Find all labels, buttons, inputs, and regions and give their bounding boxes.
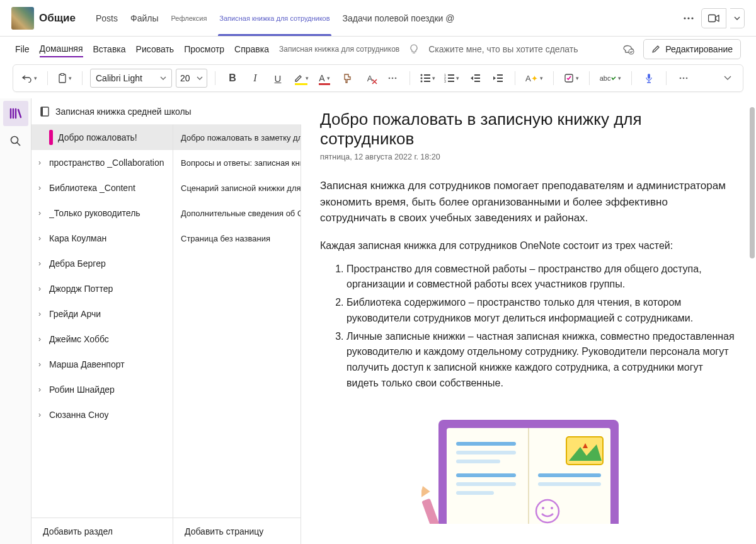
chevron-right-icon[interactable]: › [35, 259, 44, 268]
italic-button[interactable]: I [246, 69, 265, 88]
top-tab-0[interactable]: Posts [94, 0, 119, 36]
notebook-header[interactable]: Записная книжка средней школы [32, 98, 301, 125]
section-item[interactable]: ›Робин Шнайдер [32, 377, 173, 402]
section-label: Добро пожаловать! [58, 132, 137, 142]
ribbon-tab-3[interactable]: Рисовать [136, 42, 175, 57]
books-icon [9, 108, 22, 119]
undo-button[interactable]: ▾ [20, 69, 40, 88]
numbering-button[interactable]: 123 ▾ [442, 69, 462, 88]
sub-paragraph: Каждая записная книжка для сотрудников O… [320, 240, 737, 252]
spellcheck-button[interactable]: abc ▾ [597, 69, 624, 88]
top-tab-2[interactable]: Рефлексия [169, 0, 208, 36]
more-commands-button[interactable] [674, 69, 693, 88]
collapse-ribbon-button[interactable] [718, 69, 737, 88]
section-label: Робин Шнайдер [49, 385, 115, 395]
section-item[interactable]: ›Кара Коулман [32, 226, 173, 251]
svg-point-32 [686, 78, 688, 79]
indent-button[interactable] [488, 69, 507, 88]
chevron-right-icon[interactable]: › [35, 209, 44, 217]
top-tab-3[interactable]: Записная книжка для сотрудников [218, 0, 331, 36]
section-label: Сюзанна Сноу [49, 410, 108, 420]
page-item[interactable]: Сценарий записной книжки для сотрудников… [173, 175, 301, 200]
dictate-button[interactable] [639, 69, 658, 88]
section-color-tab [49, 130, 53, 145]
notebook-illustration [421, 410, 636, 524]
meet-dropdown[interactable] [730, 8, 745, 28]
page-item[interactable]: Вопросы и ответы: записная книжка для со… [173, 150, 301, 175]
paste-button[interactable]: ▾ [55, 69, 74, 88]
notebook-icon [39, 106, 50, 117]
section-item[interactable]: ›Джордж Поттер [32, 276, 173, 301]
svg-rect-25 [497, 74, 503, 76]
svg-rect-21 [448, 81, 454, 82]
chevron-right-icon[interactable]: › [35, 360, 44, 369]
add-page-button[interactable]: Добавить страницу [173, 518, 301, 544]
page-item[interactable]: Страница без названия [173, 226, 301, 251]
bullets-button[interactable]: ▾ [418, 69, 438, 88]
more-icon[interactable] [680, 9, 697, 27]
chevron-right-icon[interactable]: › [35, 310, 44, 318]
section-item[interactable]: ›Дебра Бергер [32, 251, 173, 276]
outdent-button[interactable] [466, 69, 484, 88]
svg-point-8 [392, 78, 394, 79]
svg-rect-41 [456, 473, 516, 477]
chevron-right-icon[interactable]: › [35, 335, 44, 344]
page-title: Добро пожаловать в записную книжку для с… [320, 110, 737, 149]
underline-button[interactable]: U [268, 69, 287, 88]
tell-me-search[interactable]: Скажите мне, что вы хотите сделать [428, 44, 578, 54]
top-tab-1[interactable]: Файлы [129, 0, 159, 36]
add-section-button[interactable]: Добавить раздел [32, 518, 173, 544]
chevron-right-icon[interactable]: › [35, 234, 44, 243]
ribbon-tab-0[interactable]: File [15, 42, 30, 57]
svg-point-1 [687, 17, 689, 19]
font-color-button[interactable]: A ▾ [315, 69, 334, 88]
chevron-right-icon[interactable]: › [35, 158, 44, 167]
notebooks-rail-button[interactable] [3, 101, 28, 126]
format-painter-button[interactable] [338, 69, 357, 88]
svg-rect-46 [538, 482, 601, 486]
section-item[interactable]: ›Сюзанна Сноу [32, 402, 173, 427]
svg-point-30 [680, 78, 682, 79]
svg-point-0 [684, 17, 685, 19]
chevron-right-icon[interactable]: › [35, 284, 44, 293]
section-item[interactable]: ›Джеймс Хоббс [32, 327, 173, 352]
section-item[interactable]: ›_Только руководитель [32, 200, 173, 226]
ribbon-tab-5[interactable]: Справка [234, 42, 269, 57]
chevron-right-icon[interactable]: › [35, 183, 44, 192]
section-item[interactable]: ›Библиотека _Content [32, 175, 173, 200]
chevron-right-icon[interactable]: › [35, 385, 44, 394]
tags-button[interactable]: ▾ [561, 69, 581, 88]
section-item[interactable]: Добро пожаловать! [32, 125, 173, 150]
scrollbar-thumb[interactable] [750, 107, 755, 258]
font-size-select[interactable]: 20 [176, 69, 207, 88]
clear-format-button[interactable]: A [360, 69, 379, 88]
page-content[interactable]: Добро пожаловать в записную книжку для с… [301, 98, 756, 544]
ribbon-tab-1[interactable]: Домашняя [40, 41, 83, 57]
section-label: Библиотека _Content [49, 183, 135, 193]
sync-status-icon[interactable] [622, 43, 634, 55]
editing-mode-button[interactable]: Редактирование [643, 39, 741, 59]
team-avatar[interactable] [11, 7, 34, 30]
more-font-button[interactable] [383, 69, 402, 88]
ribbon-tab-6[interactable]: Записная книжка для сотрудников [279, 42, 399, 56]
bold-button[interactable]: B [223, 69, 242, 88]
svg-point-48 [542, 507, 544, 509]
page-item[interactable]: Добро пожаловать в заметку для сотрудник… [173, 125, 301, 150]
top-tabs: PostsФайлыРефлексияЗаписная книжка для с… [94, 0, 455, 36]
chevron-right-icon[interactable]: › [35, 410, 44, 419]
font-family-select[interactable]: Calibri Light [90, 69, 172, 88]
section-item[interactable]: ›Марша Давенпорт [32, 352, 173, 377]
highlight-button[interactable]: ▾ [291, 69, 311, 88]
svg-point-10 [421, 74, 423, 76]
page-item[interactable]: Дополнительные сведения об One [173, 200, 301, 226]
section-item[interactable]: ›Грейди Арчи [32, 301, 173, 327]
ribbon-tab-4[interactable]: Просмотр [184, 42, 224, 57]
ribbon-tab-2[interactable]: Вставка [93, 42, 126, 57]
search-icon [10, 136, 21, 147]
section-label: Джордж Поттер [49, 284, 113, 294]
search-rail-button[interactable] [3, 129, 28, 154]
top-tab-4[interactable]: Задачи полевой поездки @ [341, 0, 456, 36]
styles-button[interactable]: A✦▾ [523, 69, 546, 88]
meet-button[interactable] [701, 8, 726, 28]
section-item[interactable]: ›пространство _Collaboration [32, 150, 173, 175]
